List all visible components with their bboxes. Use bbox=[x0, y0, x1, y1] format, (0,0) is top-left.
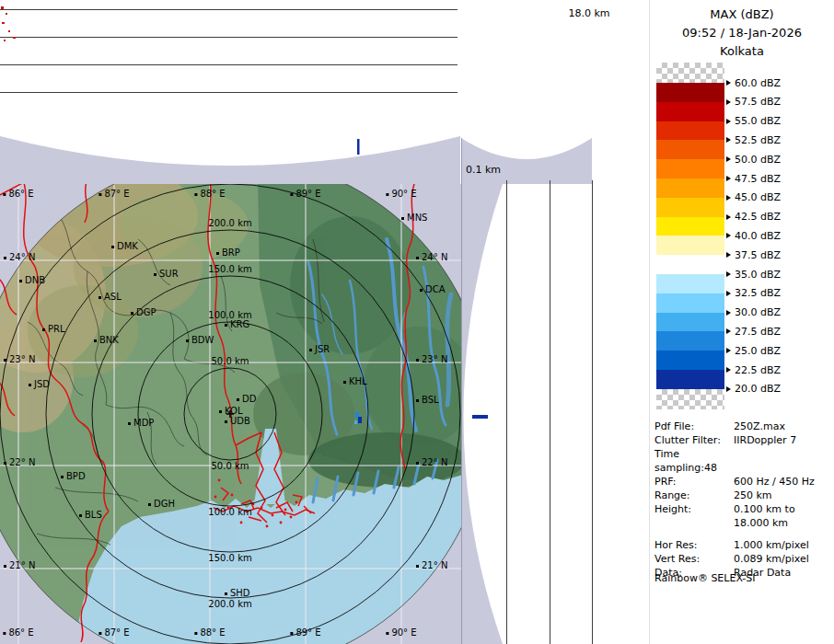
colorbar-color-block bbox=[656, 217, 724, 236]
info-row: 18.000 km bbox=[654, 516, 831, 530]
scale-label: 35.0 dBZ bbox=[726, 268, 781, 281]
scale-label-text: 37.5 dBZ bbox=[735, 249, 781, 261]
scale-tick-icon bbox=[726, 271, 731, 277]
scale-label-text: 35.0 dBZ bbox=[735, 269, 781, 281]
echo-trace-blue bbox=[472, 415, 488, 419]
scale-tick-icon bbox=[726, 156, 731, 162]
colorbar-checker-block bbox=[656, 389, 724, 409]
scale-label-text: 45.0 dBZ bbox=[735, 191, 781, 203]
scale-label-text: 60.0 dBZ bbox=[735, 77, 781, 89]
scale-tick-icon bbox=[726, 80, 731, 86]
scale-tick-icon bbox=[726, 214, 731, 220]
colorbar-color-block bbox=[656, 351, 724, 370]
scale-label: 57.5 dBZ bbox=[726, 96, 781, 109]
info-value: IIRDoppler 7 bbox=[734, 433, 831, 447]
colorbar-color-block bbox=[656, 236, 724, 255]
info-row: Vert Res:0.089 km/pixel bbox=[654, 552, 831, 566]
scale-tick-icon bbox=[726, 195, 731, 201]
info-label: Height: bbox=[654, 502, 734, 516]
info-row: Hor Res:1.000 km/pixel bbox=[654, 538, 831, 552]
info-value: 600 Hz / 450 Hz bbox=[734, 475, 831, 489]
info-label: PRF: bbox=[654, 475, 734, 489]
scale-label: 42.5 dBZ bbox=[726, 211, 781, 224]
echo-trace-red bbox=[1, 6, 16, 41]
scale-label-text: 30.0 dBZ bbox=[735, 306, 781, 318]
info-label: Pdf File: bbox=[654, 420, 734, 433]
info-label bbox=[654, 516, 734, 530]
scale-label: 52.5 dBZ bbox=[726, 133, 781, 146]
scale-tick-icon bbox=[726, 291, 731, 296]
scale-label: 32.5 dBZ bbox=[726, 287, 781, 300]
info-value bbox=[734, 447, 831, 475]
scale-tick-icon bbox=[726, 367, 731, 373]
scale-label: 55.0 dBZ bbox=[726, 115, 781, 128]
info-row: Clutter Filter:IIRDoppler 7 bbox=[654, 433, 831, 447]
scale-tick-icon bbox=[726, 233, 731, 238]
colorbar-color-block bbox=[656, 370, 724, 389]
scale-label: 20.0 dBZ bbox=[726, 383, 781, 396]
colorbar-color-block bbox=[656, 274, 724, 293]
colorbar-color-block bbox=[656, 140, 724, 159]
scale-label-text: 40.0 dBZ bbox=[735, 230, 781, 242]
radar-map-view[interactable]: 86° E86° E87° E87° E88° E88° E89° E89° E… bbox=[0, 184, 461, 644]
scale-tick-icon bbox=[726, 310, 731, 316]
info-value: 0.100 km to bbox=[734, 502, 831, 516]
colorbar-color-block bbox=[656, 83, 724, 102]
colorbar-color-block bbox=[656, 198, 724, 217]
scale-label: 30.0 dBZ bbox=[726, 306, 781, 319]
colorbar-color-block bbox=[656, 102, 724, 121]
legend-colorbar bbox=[656, 63, 724, 409]
station-name: Kolkata bbox=[650, 42, 834, 61]
side-axis-min-label: 0.1 km bbox=[466, 164, 501, 176]
top-panel-graphic bbox=[0, 0, 461, 184]
side-axis-max-label: 18.0 km bbox=[568, 7, 609, 19]
colorbar-color-block bbox=[656, 331, 724, 351]
colorbar-color-block bbox=[656, 313, 724, 332]
radar-application-window: 18.0 km 0.1 km bbox=[0, 0, 834, 644]
info-label: Vert Res: bbox=[654, 552, 734, 566]
software-name: Rainbow® SELEX-SI bbox=[654, 572, 756, 584]
legend-panel: MAX (dBZ) 09:52 / 18-Jan-2026 Kolkata 60… bbox=[649, 0, 834, 644]
scale-tick-icon bbox=[726, 137, 731, 143]
colorbar-color-block bbox=[656, 255, 724, 274]
scale-tick-icon bbox=[726, 252, 731, 258]
colorbar-color-block bbox=[656, 178, 724, 198]
info-label: Hor Res: bbox=[654, 538, 734, 552]
scale-label-text: 47.5 dBZ bbox=[735, 173, 781, 185]
info-value: 1.000 km/pixel bbox=[734, 538, 831, 552]
scale-tick-icon bbox=[726, 328, 731, 334]
scale-label-text: 22.5 dBZ bbox=[735, 364, 781, 376]
scale-label-text: 42.5 dBZ bbox=[735, 211, 781, 223]
info-value: 0.089 km/pixel bbox=[734, 552, 831, 566]
scale-label-text: 27.5 dBZ bbox=[735, 326, 781, 338]
cross-section-side-panel[interactable]: 18.0 km 0.1 km bbox=[461, 0, 649, 644]
colorbar-color-block bbox=[656, 159, 724, 178]
info-row: Height:0.100 km to bbox=[654, 502, 831, 516]
radar-map-graphic bbox=[0, 184, 461, 644]
scale-label: 37.5 dBZ bbox=[726, 248, 781, 261]
product-title: MAX (dBZ) bbox=[650, 0, 834, 24]
info-row: Range:250 km bbox=[654, 489, 831, 502]
legend-info: Pdf File:250Z.maxClutter Filter:IIRDoppl… bbox=[654, 420, 831, 580]
colorbar-color-block bbox=[656, 293, 724, 313]
scale-label-text: 57.5 dBZ bbox=[735, 96, 781, 108]
scale-tick-icon bbox=[726, 386, 731, 392]
scale-label-text: 25.0 dBZ bbox=[735, 345, 781, 357]
info-row: PRF:600 Hz / 450 Hz bbox=[654, 475, 831, 489]
scale-label: 45.0 dBZ bbox=[726, 191, 781, 204]
scale-label: 50.0 dBZ bbox=[726, 153, 781, 166]
scale-label: 40.0 dBZ bbox=[726, 229, 781, 242]
scale-label-text: 50.0 dBZ bbox=[735, 154, 781, 166]
info-row: Pdf File:250Z.max bbox=[654, 420, 831, 433]
info-label: Time sampling:48 bbox=[654, 447, 734, 475]
colorbar-color-block bbox=[656, 121, 724, 141]
colorbar-checker-block bbox=[656, 63, 724, 83]
scale-label: 25.0 dBZ bbox=[726, 344, 781, 357]
scale-tick-icon bbox=[726, 99, 731, 105]
side-panel-graphic bbox=[461, 0, 649, 644]
scale-label-text: 32.5 dBZ bbox=[735, 287, 781, 299]
scale-tick-icon bbox=[726, 119, 731, 124]
info-spacer bbox=[654, 530, 831, 538]
cross-section-top-panel[interactable] bbox=[0, 0, 461, 184]
scale-label: 22.5 dBZ bbox=[726, 363, 781, 376]
